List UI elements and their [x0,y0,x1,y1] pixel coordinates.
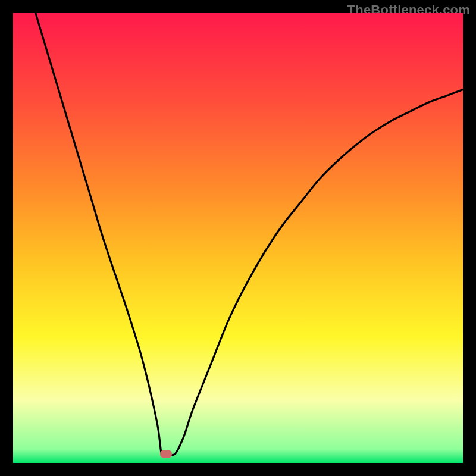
chart-background [13,13,463,463]
bottleneck-chart [13,13,463,463]
optimal-marker [160,450,172,458]
chart-svg [13,13,463,463]
chart-frame: TheBottleneck.com [0,0,476,476]
